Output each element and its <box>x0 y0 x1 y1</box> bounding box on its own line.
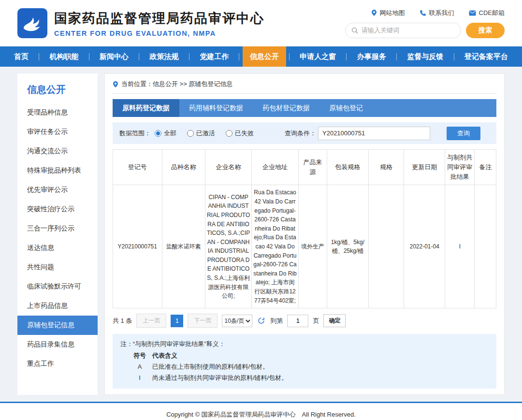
note-meaning-header: 代表含义 <box>152 351 489 361</box>
search-button[interactable]: 搜索 <box>466 23 505 38</box>
sidebar-item-10[interactable]: 上市药品信息 <box>17 296 98 316</box>
goto-confirm-button[interactable]: 确定 <box>323 314 346 327</box>
nav-separator <box>396 53 397 60</box>
goto-suffix: 页 <box>313 317 319 325</box>
goto-page-input[interactable] <box>287 315 308 327</box>
nav-separator <box>189 53 189 60</box>
cell-3: Rua Da Estacao 42 Vala Do Carregado Port… <box>252 185 298 308</box>
nav-item-6[interactable]: 申请人之窗 <box>292 46 343 67</box>
nav-item-3[interactable]: 政策法规 <box>143 46 186 67</box>
refresh-button[interactable] <box>257 317 266 324</box>
scope-option-2[interactable]: 已失效 <box>226 129 254 138</box>
sidebar-item-9[interactable]: 临床试验默示许可 <box>17 277 98 296</box>
site-title: 国家药品监督管理局药品审评中心 <box>54 10 264 27</box>
breadcrumb-text: 当前位置：信息公开 >> 原辅包登记信息 <box>121 80 232 88</box>
mail-icon <box>469 10 476 16</box>
scope-option-1[interactable]: 已激活 <box>187 129 215 138</box>
quick-link-2[interactable]: CDE邮箱 <box>469 9 505 17</box>
sidebar-item-11[interactable]: 原辅包登记信息 <box>17 316 98 335</box>
footer-line-0: Copyright © 国家药品监督管理局药品审评中心 All Right Re… <box>0 409 522 420</box>
cell-9 <box>475 185 496 308</box>
scope-option-label: 已激活 <box>196 129 215 138</box>
col-header-5: 包装规格 <box>327 150 368 185</box>
note-symbol-header: 符号 <box>127 351 152 361</box>
tab-0[interactable]: 原料药登记数据 <box>113 99 179 117</box>
scope-option-label: 全部 <box>164 129 176 138</box>
legend-note: 注：“与制剂共同审评审批结果”释义： 符号代表含义A已批准在上市制剂使用的原料/… <box>113 334 496 389</box>
scope-radio-1[interactable] <box>187 130 194 137</box>
note-grid: 符号代表含义A已批准在上市制剂使用的原料/辅料/包材。I尚未通过与制剂共同审评审… <box>120 351 489 383</box>
sidebar-item-6[interactable]: 三合一序列公示 <box>17 219 98 238</box>
query-label: 查询条件： <box>285 129 316 138</box>
page: 国家药品监督管理局药品审评中心 CENTER FOR DRUG EVALUATI… <box>0 0 522 420</box>
phone-icon <box>420 10 426 16</box>
col-header-6: 规格 <box>368 150 404 185</box>
sidebar-item-1[interactable]: 审评任务公示 <box>17 122 98 142</box>
nav-item-4[interactable]: 党建工作 <box>192 46 236 67</box>
tab-2[interactable]: 药包材登记数据 <box>253 99 319 117</box>
query-input[interactable] <box>318 127 430 140</box>
col-header-0: 登记号 <box>113 150 162 185</box>
note-title: 注：“与制剂共同审评审批结果”释义： <box>120 339 489 349</box>
col-header-3: 企业地址 <box>252 150 298 185</box>
footer-lines: Copyright © 国家药品监督管理局药品审评中心 All Right Re… <box>0 409 522 420</box>
nav-separator <box>139 53 139 60</box>
col-header-2: 企业名称 <box>205 150 251 185</box>
note-symbol-1: I <box>127 373 152 383</box>
cell-1: 盐酸米诺环素 <box>162 185 205 308</box>
tab-1[interactable]: 药用辅料登记数据 <box>179 99 253 117</box>
location-icon <box>371 9 377 16</box>
page-number-1[interactable]: 1 <box>171 315 183 327</box>
site-subtitle: CENTER FOR DRUG EVALUATION, NMPA <box>54 29 264 37</box>
sidebar-item-8[interactable]: 共性问题 <box>17 258 98 277</box>
sidebar-item-5[interactable]: 突破性治疗公示 <box>17 200 98 219</box>
location-pin-icon <box>113 81 118 88</box>
nav-separator <box>89 53 89 60</box>
quick-link-0[interactable]: 网站地图 <box>371 9 405 17</box>
sidebar-item-0[interactable]: 受理品种信息 <box>17 103 98 122</box>
nav-item-5[interactable]: 信息公开 <box>243 46 286 67</box>
note-symbol-0: A <box>127 362 152 372</box>
cell-2: CIPAN - COMPANHIA INDUSTRIAL PRODUTORA D… <box>205 185 251 308</box>
table-row: Y20210000751盐酸米诺环素CIPAN - COMPANHIA INDU… <box>113 185 496 308</box>
scope-option-0[interactable]: 全部 <box>155 129 176 138</box>
quick-link-1[interactable]: 联系我们 <box>420 9 454 17</box>
breadcrumb: 当前位置：信息公开 >> 原辅包登记信息 <box>113 80 496 94</box>
query-button[interactable]: 查询 <box>447 127 480 140</box>
footer: Copyright © 国家药品监督管理局药品审评中心 All Right Re… <box>0 402 522 420</box>
scope-radio-0[interactable] <box>155 130 161 137</box>
main-nav: 首页机构职能新闻中心政策法规党建工作信息公开申请人之窗办事服务监督与反馈登记备案… <box>0 46 522 67</box>
sidebar-item-4[interactable]: 优先审评公示 <box>17 180 98 200</box>
brand: 国家药品监督管理局药品审评中心 CENTER FOR DRUG EVALUATI… <box>17 8 264 38</box>
col-header-7: 更新日期 <box>404 150 445 185</box>
sidebar-item-2[interactable]: 沟通交流公示 <box>17 142 98 161</box>
search-input[interactable] <box>362 27 455 34</box>
cell-5: 1kg/桶、5kg/桶、25kg/桶 <box>327 185 368 308</box>
next-page-button[interactable]: 下一页 <box>188 314 218 328</box>
note-meaning-0: 已批准在上市制剂使用的原料/辅料/包材。 <box>152 362 489 372</box>
pagination: 共 1 条 上一页 1 下一页 10条/页 到第 页 确定 <box>113 314 496 328</box>
cell-0: Y20210000751 <box>113 185 162 308</box>
cde-logo-icon <box>17 8 47 38</box>
nav-item-9[interactable]: 登记备案平台 <box>457 46 515 67</box>
nav-item-1[interactable]: 机构职能 <box>43 46 86 67</box>
cell-6 <box>368 185 404 308</box>
sidebar-item-12[interactable]: 药品目录集信息 <box>17 335 98 354</box>
sidebar-item-7[interactable]: 送达信息 <box>17 238 98 258</box>
table-header-row: 登记号品种名称企业名称企业地址产品来源包装规格规格更新日期与制剂共同审评审批结果… <box>113 150 496 185</box>
nav-separator <box>39 53 39 60</box>
nav-separator <box>239 53 239 60</box>
prev-page-button[interactable]: 上一页 <box>136 314 166 328</box>
goto-prefix: 到第 <box>270 317 283 325</box>
nav-item-0[interactable]: 首页 <box>7 46 36 67</box>
cell-7: 2022-01-04 <box>404 185 445 308</box>
scope-radio-2[interactable] <box>226 130 232 137</box>
page-size-select[interactable]: 10条/页 <box>222 315 252 327</box>
nav-item-8[interactable]: 监督与反馈 <box>400 46 450 67</box>
sidebar-item-3[interactable]: 特殊审批品种列表 <box>17 161 98 180</box>
cell-8: I <box>445 185 475 308</box>
nav-item-2[interactable]: 新闻中心 <box>92 46 136 67</box>
tab-3[interactable]: 原辅包登记 <box>319 99 373 117</box>
sidebar-item-13[interactable]: 重点工作 <box>17 354 98 374</box>
nav-item-7[interactable]: 办事服务 <box>350 46 393 67</box>
